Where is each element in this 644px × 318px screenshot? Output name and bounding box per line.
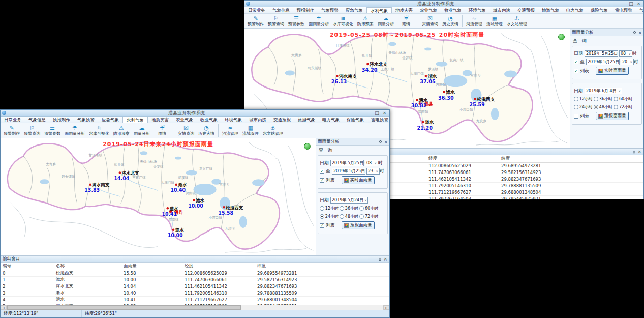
scroll-left-arrow[interactable]: ◂ — [1, 305, 7, 310]
list-checkbox[interactable]: ✓ — [320, 178, 324, 183]
menu-item-14[interactable]: 保险气象 — [587, 7, 611, 13]
forecast-rainfall-button[interactable]: 预报面雨量 — [342, 221, 375, 229]
county-map-canvas[interactable]: 甘溪滩镇太青乡码头铺镇王家厂镇天供山林场金罗镇盐井镇复兴厂镇梦溪镇大堰垱镇涔南镇… — [1, 138, 316, 255]
menu-item-16[interactable]: 气象指数 — [636, 7, 643, 13]
menu-item-0[interactable]: 日常业务 — [1, 117, 25, 123]
menu-item-12[interactable]: 旅游气象 — [294, 117, 319, 123]
menu-item-13[interactable]: 电力气象 — [563, 7, 587, 13]
menu-item-8[interactable]: 牧业气象 — [441, 7, 465, 13]
menu-item-13[interactable]: 电力气象 — [319, 117, 343, 123]
radio-option-72小时[interactable]: 72小时 — [614, 104, 634, 110]
radio-option-48小时[interactable]: 48小时 — [594, 104, 612, 110]
menu-item-7[interactable]: 农业气象 — [172, 117, 197, 123]
minimize-button[interactable]: – — [620, 1, 627, 7]
menu-item-10[interactable]: 城市内涝 — [246, 117, 270, 123]
toolbar-button-0[interactable]: ✎预警制作 — [2, 123, 22, 138]
column-header-3[interactable]: 经度 — [182, 263, 255, 270]
pin-icon[interactable] — [378, 257, 382, 261]
forecast-rainfall-button[interactable]: 预报面雨量 — [596, 112, 629, 120]
toolbar-button-6[interactable]: ☁雨量分析 — [132, 123, 152, 138]
column-header-4[interactable]: 纬度 — [499, 155, 643, 163]
radio-option-36小时[interactable]: 36小时 — [340, 206, 358, 211]
to-hour-select[interactable]: 23∨ — [366, 168, 380, 175]
realtime-rainfall-button[interactable]: 实时面雨量 — [596, 67, 629, 75]
menu-item-6[interactable]: 地质灾害 — [148, 117, 172, 123]
table-row[interactable]: 4澧水10.41111.71121966762729.688001348504 — [1, 297, 389, 303]
toolbar-button-9[interactable]: ◔历史灾情 — [440, 14, 461, 28]
toolbar-button-4[interactable]: ≋水库可视化 — [87, 123, 111, 138]
toolbar-button-6[interactable]: ☁雨量分析 — [376, 14, 396, 28]
close-icon[interactable]: × — [384, 139, 388, 144]
menu-item-4[interactable]: 应急气象 — [98, 117, 122, 123]
forecast-date-select[interactable]: 2019年 5月24日∨ — [330, 197, 368, 204]
toolbar-button-11[interactable]: ▦流域管理 — [240, 123, 261, 138]
pin-icon[interactable] — [379, 140, 382, 143]
map-locate-button[interactable] — [304, 143, 311, 150]
toolbar-button-1[interactable]: ⚐预警查询 — [266, 14, 286, 28]
map-locate-button[interactable] — [558, 34, 565, 40]
from-date-select[interactable]: 2019年 5月25日∨ — [330, 160, 364, 166]
menu-item-7[interactable]: 农业气象 — [416, 7, 441, 13]
menu-item-11[interactable]: 交通预报 — [270, 117, 294, 123]
toolbar-button-9[interactable]: ◔历史灾情 — [196, 123, 217, 138]
toolbar-button-12[interactable]: ⚓水文站管理 — [505, 14, 529, 28]
menu-item-15[interactable]: 雷电预警 — [611, 7, 636, 13]
title-bar[interactable]: 澧县业务制作系统 – □ × — [1, 110, 389, 117]
radio-option-24小时[interactable]: 24小时 — [320, 214, 339, 219]
table-row[interactable]: 0松滋西支15.58112.00860562502929.68955497328… — [1, 270, 389, 277]
menu-item-8[interactable]: 牧业气象 — [197, 117, 221, 123]
toolbar-button-10[interactable]: ≈河流管理 — [464, 14, 484, 28]
close-icon[interactable]: × — [383, 256, 387, 262]
menu-item-2[interactable]: 预报制作 — [293, 7, 318, 13]
radio-option-72小时[interactable]: 72小时 — [359, 214, 380, 219]
radio-option-36小时[interactable]: 36小时 — [594, 96, 612, 102]
menu-item-14[interactable]: 保险气象 — [343, 117, 367, 123]
radio-option-12小时[interactable]: 12小时 — [574, 96, 593, 102]
menu-item-2[interactable]: 预报制作 — [49, 117, 74, 123]
column-header-2[interactable]: 面雨量 — [121, 263, 182, 270]
to-checkbox[interactable]: ✓ — [320, 169, 324, 174]
menu-item-3[interactable]: 气象预警 — [318, 7, 342, 13]
toolbar-button-1[interactable]: ⚐预警查询 — [22, 123, 42, 138]
close-icon[interactable]: × — [637, 149, 641, 154]
menu-item-5[interactable]: 水利气象 — [366, 7, 392, 13]
toolbar-button-11[interactable]: ▦流域管理 — [484, 14, 505, 28]
scroll-right-arrow[interactable]: ▸ — [383, 305, 389, 310]
toolbar-button-7[interactable]: ☔雨情 — [396, 14, 416, 28]
toolbar-button-2[interactable]: ☰预警参数 — [286, 14, 306, 28]
toolbar-button-0[interactable]: ✎预警制作 — [246, 14, 266, 28]
forecast-list-checkbox[interactable] — [574, 114, 578, 119]
maximize-button[interactable]: □ — [373, 110, 381, 116]
menu-item-4[interactable]: 应急气象 — [342, 7, 366, 13]
toolbar-button-3[interactable]: ☂面雨量分析 — [63, 123, 87, 138]
to-checkbox[interactable]: ✓ — [574, 60, 578, 64]
from-hour-select[interactable]: 08∨ — [365, 160, 378, 166]
table-row[interactable]: 3渐水10.40111.79200514631029.788881135509 — [1, 290, 389, 297]
radio-option-60小时[interactable]: 60小时 — [359, 206, 380, 211]
menu-item-6[interactable]: 地质灾害 — [392, 7, 416, 13]
menu-item-5[interactable]: 水利气象 — [122, 117, 148, 123]
from-hour-select[interactable]: 08∨ — [619, 50, 632, 57]
radio-option-48小时[interactable]: 48小时 — [340, 214, 358, 219]
toolbar-button-7[interactable]: ☔雨情 — [152, 123, 172, 138]
to-date-select[interactable]: 2019年 5月25日∨ — [586, 59, 620, 65]
menu-item-3[interactable]: 气象预警 — [74, 117, 98, 123]
toolbar-button-5[interactable]: ⚠防汛预案 — [111, 123, 132, 138]
column-header-3[interactable]: 经度 — [426, 155, 499, 163]
toolbar-button-12[interactable]: ⚓水文站管理 — [261, 123, 285, 138]
menu-item-9[interactable]: 环境气象 — [221, 117, 246, 123]
menu-item-0[interactable]: 日常业务 — [244, 7, 269, 13]
maximize-button[interactable]: □ — [627, 1, 635, 7]
menu-item-1[interactable]: 气象信息 — [25, 117, 49, 123]
map-area[interactable]: 甘溪滩镇太青乡码头铺镇王家厂镇天供山林场金罗镇盐井镇复兴厂镇梦溪镇大堰垱镇涔南镇… — [1, 138, 316, 255]
radio-option-60小时[interactable]: 60小时 — [614, 96, 634, 102]
toolbar-button-10[interactable]: ≈河流管理 — [220, 123, 240, 138]
radio-option-12小时[interactable]: 12小时 — [320, 206, 339, 211]
column-header-4[interactable]: 纬度 — [255, 263, 389, 270]
horizontal-scrollbar[interactable]: ◂ ▸ — [1, 305, 389, 310]
menu-item-11[interactable]: 交通预报 — [514, 7, 538, 13]
column-header-0[interactable]: 编号 — [1, 263, 54, 270]
menu-item-10[interactable]: 城市内涝 — [489, 7, 514, 13]
toolbar-button-8[interactable]: ☒灾情查询 — [176, 123, 196, 138]
toolbar-button-4[interactable]: ≋水库可视化 — [331, 14, 355, 28]
